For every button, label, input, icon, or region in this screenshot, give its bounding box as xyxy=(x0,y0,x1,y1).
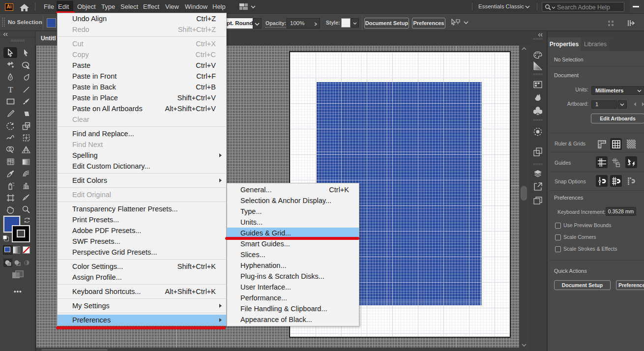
svg-text:T: T xyxy=(8,86,13,93)
